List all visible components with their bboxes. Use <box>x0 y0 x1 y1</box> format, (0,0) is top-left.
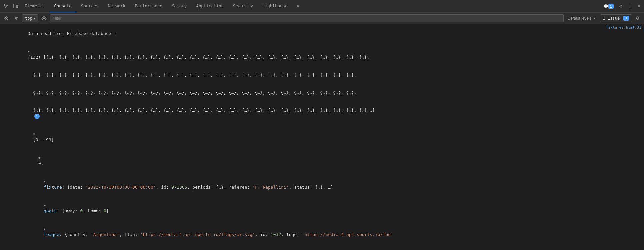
top-label: top <box>25 16 32 21</box>
console-settings-button[interactable]: ⚙ <box>633 14 642 23</box>
issues-badge: 1 <box>623 16 629 21</box>
svg-rect-1 <box>16 5 18 8</box>
chevron-down-icon: ▼ <box>34 17 35 20</box>
chat-icon: 💬 <box>603 4 608 9</box>
log-item-0-score: score: {fulltime: {…}, halftime: {…}} <box>0 243 644 250</box>
item-0-label[interactable]: 0: <box>23 149 644 172</box>
default-levels-label: Default levels <box>568 16 592 21</box>
chat-badge: 1 <box>608 4 614 9</box>
gear-icon: ⚙ <box>636 16 640 21</box>
item-0-score-text[interactable]: score: {fulltime: {…}, halftime: {…}} <box>28 244 644 250</box>
tab-more[interactable]: » <box>292 0 304 12</box>
expand-fixture0-arrow[interactable] <box>44 179 48 184</box>
expand-league0-arrow[interactable] <box>44 226 48 232</box>
default-levels-button[interactable]: Default levels ▼ <box>565 15 599 21</box>
log-line-array-3: {…}, {…}, {…}, {…}, {…}, {…}, {…}, {…}, … <box>0 84 644 101</box>
issues-button[interactable]: 1 Issue: 1 <box>600 14 632 22</box>
tab-network[interactable]: Network <box>103 0 130 12</box>
console-toolbar: top ▼ Default levels ▼ 1 Issue: 1 ⚙ <box>0 13 644 24</box>
log-line-firebase: Data read from Firebase database : fixtu… <box>0 25 644 42</box>
log-source[interactable]: fixtures.html:31 <box>606 25 644 30</box>
log-line-range: [0 … 99] <box>0 125 644 149</box>
tab-lighthouse[interactable]: Lighthouse <box>258 0 292 12</box>
device-icon[interactable] <box>11 2 20 11</box>
log-item-0-fixture: fixture: {date: '2023-10-30T00:00:00+00:… <box>0 172 644 196</box>
expand-goals0-arrow[interactable] <box>44 202 48 208</box>
context-dropdown[interactable]: top ▼ <box>22 14 38 22</box>
log-line-array-header: (132) [{…}, {…}, {…}, {…}, {…}, {…}, {…}… <box>0 42 644 66</box>
expand-array-arrow[interactable] <box>28 49 32 54</box>
devtools-tab-bar: Elements Console Sources Network Perform… <box>0 0 644 13</box>
settings-button[interactable]: ⚙ <box>617 3 625 10</box>
tab-performance[interactable]: Performance <box>130 0 167 12</box>
console-output: Data read from Firebase database : fixtu… <box>0 24 644 250</box>
svg-point-7 <box>43 18 45 19</box>
range-label[interactable]: [0 … 99] <box>17 125 644 148</box>
tab-security[interactable]: Security <box>228 0 258 12</box>
log-line-array-2: {…}, {…}, {…}, {…}, {…}, {…}, {…}, {…}, … <box>0 66 644 84</box>
item-0-fixture-text[interactable]: fixture: {date: '2023-10-30T00:00:00+00:… <box>28 173 644 196</box>
tab-console[interactable]: Console <box>49 0 76 12</box>
log-array-text2: {…}, {…}, {…}, {…}, {…}, {…}, {…}, {…}, … <box>17 66 644 83</box>
svg-line-3 <box>5 17 7 19</box>
log-line-array-4: {…}, {…}, {…}, {…}, {…}, {…}, {…}, {…}, … <box>0 101 644 125</box>
inspect-icon[interactable] <box>1 2 11 11</box>
info-badge: i <box>34 114 40 119</box>
chat-button[interactable]: 💬 1 <box>601 3 616 10</box>
issues-label: 1 Issue: <box>603 16 622 21</box>
toolbar-right: 💬 1 ⚙ ⋮ ✕ <box>601 3 643 10</box>
item-0-goals-text[interactable]: goals: {away: 0, home: 0} <box>28 196 644 219</box>
expand-item0-arrow[interactable] <box>38 155 43 161</box>
chevron-down-icon: ▼ <box>593 17 596 20</box>
tab-application[interactable]: Application <box>191 0 228 12</box>
item-0-league-text[interactable]: league: {country: 'Argentina', flag: 'ht… <box>28 220 644 243</box>
filter-button[interactable] <box>12 14 21 23</box>
more-options-button[interactable]: ⋮ <box>626 3 634 10</box>
expand-range-arrow[interactable] <box>33 131 38 137</box>
log-item-0-goals: goals: {away: 0, home: 0} <box>0 196 644 220</box>
tab-sources[interactable]: Sources <box>76 0 103 12</box>
log-array-text4: {…}, {…}, {…}, {…}, {…}, {…}, {…}, {…}, … <box>17 102 644 125</box>
log-array-text3: {…}, {…}, {…}, {…}, {…}, {…}, {…}, {…}, … <box>17 84 644 101</box>
close-button[interactable]: ✕ <box>635 3 643 10</box>
log-array-text: (132) [{…}, {…}, {…}, {…}, {…}, {…}, {…}… <box>12 43 644 66</box>
log-text: Data read from Firebase database : <box>12 25 606 42</box>
tab-memory[interactable]: Memory <box>167 0 191 12</box>
ellipsis-icon: ⋮ <box>628 4 632 9</box>
close-icon: ✕ <box>637 4 641 9</box>
svg-rect-0 <box>13 4 16 8</box>
log-item-0: 0: <box>0 149 644 172</box>
eye-icon-button[interactable] <box>40 14 48 23</box>
log-item-0-league: league: {country: 'Argentina', flag: 'ht… <box>0 220 644 243</box>
filter-input[interactable] <box>50 14 564 22</box>
clear-console-button[interactable] <box>2 14 11 23</box>
tabs: Elements Console Sources Network Perform… <box>20 0 601 12</box>
settings-icon: ⚙ <box>619 4 623 9</box>
tab-elements[interactable]: Elements <box>20 0 49 12</box>
